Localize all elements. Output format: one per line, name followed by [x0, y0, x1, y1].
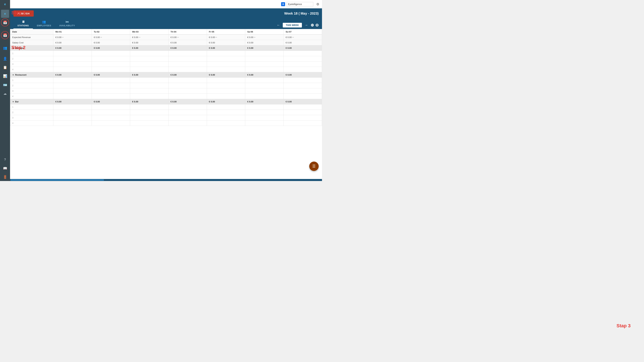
data-cell-0[interactable] [53, 88, 92, 94]
data-cell-1[interactable] [92, 78, 130, 83]
sidebar-item-book[interactable]: 📖 [1, 164, 9, 172]
data-cell-1[interactable] [92, 56, 130, 61]
sidebar-item-report[interactable]: 📊 [1, 72, 9, 80]
data-cell-5[interactable] [245, 120, 284, 126]
gear-icon[interactable]: ⚙ [316, 2, 319, 6]
data-cell-3[interactable] [168, 83, 207, 88]
cell-3[interactable]: € 0.00 ✏ [168, 34, 207, 40]
this-week-button[interactable]: THIS WEEK [283, 23, 302, 27]
data-cell-6[interactable] [284, 120, 322, 126]
data-cell-1[interactable] [92, 115, 130, 120]
data-cell-4[interactable] [207, 120, 245, 126]
data-cell-1[interactable] [92, 61, 130, 67]
data-cell-0[interactable] [53, 78, 92, 83]
data-cell-6[interactable] [284, 56, 322, 61]
data-cell-5[interactable] [245, 78, 284, 83]
data-cell-3[interactable] [168, 88, 207, 94]
sidebar-item-exit[interactable]: 🚪 [1, 173, 9, 181]
scroll-bar[interactable] [10, 179, 322, 181]
data-cell-1[interactable] [92, 104, 130, 110]
data-cell-3[interactable] [168, 94, 207, 99]
data-cell-4[interactable] [207, 67, 245, 72]
sidebar-item-cloud[interactable]: ☁ [1, 89, 9, 97]
data-cell-2[interactable] [130, 67, 168, 72]
edit-icon[interactable]: ✏ [216, 36, 217, 38]
edit-icon[interactable]: ✏ [139, 36, 140, 38]
data-cell-2[interactable] [130, 88, 168, 94]
data-cell-1[interactable] [92, 88, 130, 94]
data-cell-5[interactable] [245, 51, 284, 56]
data-cell-0[interactable] [53, 110, 92, 115]
data-cell-4[interactable] [207, 78, 245, 83]
data-cell-4[interactable] [207, 104, 245, 110]
edit-icon[interactable]: ✏ [177, 36, 179, 38]
sidebar-item-idcard[interactable]: 🪪 [1, 81, 9, 89]
data-cell-4[interactable] [207, 110, 245, 115]
data-cell-3[interactable] [168, 110, 207, 115]
data-cell-1[interactable] [92, 94, 130, 99]
fab-button[interactable]: ☰ [309, 162, 319, 171]
cell-4[interactable]: € 0.00 ✏ [207, 34, 245, 40]
data-cell-5[interactable] [245, 94, 284, 99]
data-cell-3[interactable] [168, 56, 207, 61]
data-cell-3[interactable] [168, 61, 207, 67]
data-cell-1[interactable] [92, 51, 130, 56]
data-cell-2[interactable] [130, 78, 168, 83]
collapse-chevron[interactable]: ▼ [12, 101, 14, 103]
data-cell-0[interactable] [53, 61, 92, 67]
sidebar-item-users[interactable]: 👥 [1, 44, 9, 52]
data-cell-3[interactable] [168, 78, 207, 83]
data-cell-3[interactable] [168, 51, 207, 56]
brand-select[interactable]: Eyetelligence [286, 2, 313, 6]
publish-button[interactable]: PUBLISH [14, 10, 34, 16]
data-cell-5[interactable] [245, 88, 284, 94]
next-week-button[interactable]: → [303, 22, 309, 28]
data-cell-3[interactable] [168, 104, 207, 110]
cell-6[interactable]: € 0.00 ✏ [284, 34, 322, 40]
sidebar-item-schedule[interactable]: 📅 [1, 31, 9, 39]
data-cell-5[interactable] [245, 115, 284, 120]
edit-icon[interactable]: ✏ [62, 36, 64, 38]
data-cell-5[interactable] [245, 61, 284, 67]
sidebar-item-calendar[interactable]: 📅 [1, 18, 9, 26]
data-cell-4[interactable] [207, 94, 245, 99]
cell-1[interactable]: € 0.00 ✏ [92, 34, 130, 40]
data-cell-0[interactable] [53, 115, 92, 120]
data-cell-0[interactable] [53, 83, 92, 88]
cell-0[interactable]: € 0.00 ✏ [53, 34, 92, 40]
edit-icon[interactable]: ✏ [292, 36, 294, 38]
data-cell-6[interactable] [284, 115, 322, 120]
data-cell-2[interactable] [130, 56, 168, 61]
data-cell-4[interactable] [207, 115, 245, 120]
collapse-chevron[interactable]: ▼ [12, 74, 14, 76]
data-cell-6[interactable] [284, 51, 322, 56]
data-cell-1[interactable] [92, 67, 130, 72]
tab-availability[interactable]: 🛏 AVAILABILITY [55, 18, 79, 29]
data-cell-6[interactable] [284, 88, 322, 94]
data-cell-0[interactable] [53, 94, 92, 99]
data-cell-5[interactable] [245, 67, 284, 72]
data-cell-2[interactable] [130, 120, 168, 126]
cell-2[interactable]: € 0.00 ✏ [130, 34, 168, 40]
data-cell-6[interactable] [284, 94, 322, 99]
data-cell-5[interactable] [245, 83, 284, 88]
data-cell-4[interactable] [207, 56, 245, 61]
data-cell-6[interactable] [284, 104, 322, 110]
data-cell-0[interactable] [53, 120, 92, 126]
tab-stations[interactable]: 🖥 STATIONS [14, 18, 33, 29]
data-cell-5[interactable] [245, 110, 284, 115]
data-cell-2[interactable] [130, 104, 168, 110]
sidebar-item-person[interactable]: 👤 [1, 55, 9, 63]
data-cell-1[interactable] [92, 83, 130, 88]
tab-employees[interactable]: 👥 EMPLOYEES [33, 18, 55, 29]
data-cell-0[interactable] [53, 104, 92, 110]
prev-week-button[interactable]: ← [276, 22, 282, 28]
data-cell-2[interactable] [130, 94, 168, 99]
data-cell-5[interactable] [245, 56, 284, 61]
data-cell-0[interactable] [53, 51, 92, 56]
data-cell-4[interactable] [207, 61, 245, 67]
data-cell-6[interactable] [284, 67, 322, 72]
data-cell-2[interactable] [130, 83, 168, 88]
cell-5[interactable]: € 0.00 ✏ [245, 34, 284, 40]
data-cell-1[interactable] [92, 120, 130, 126]
